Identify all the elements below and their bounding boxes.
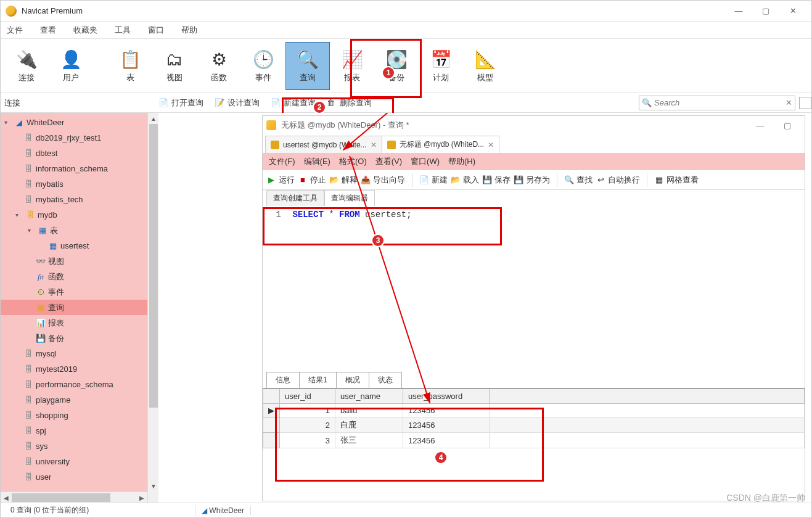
query-menu-edit[interactable]: 编辑(E) [304, 156, 330, 167]
scrollbar-thumb[interactable] [12, 493, 110, 502]
query-maximize-button[interactable]: ▢ [774, 117, 801, 134]
delete-query-button[interactable]: 🗑删除查询 [327, 97, 372, 109]
column-header[interactable]: user_id [280, 389, 335, 404]
query-tab[interactable]: 无标题 @mydb (WhiteD...✕ [382, 136, 500, 153]
window-minimize-button[interactable]: — [725, 2, 752, 20]
menu-favorites[interactable]: 收藏夹 [73, 25, 97, 36]
search-box[interactable]: 🔍 ✕ [639, 96, 795, 110]
column-header[interactable]: user_password [403, 389, 490, 404]
tree-db[interactable]: 🗄user [1, 469, 158, 485]
tree-db[interactable]: 🗄mybatis [1, 176, 158, 192]
stop-button[interactable]: ■停止 [298, 175, 326, 186]
sql-editor[interactable]: 1 SELECT * FROM usertest; [263, 206, 805, 372]
ribbon-user[interactable]: 👤用户 [49, 42, 93, 90]
grid-view-button[interactable]: ▦网格查看 [654, 175, 699, 186]
window-close-button[interactable]: ✕ [779, 2, 806, 20]
result-tab-status[interactable]: 状态 [369, 372, 402, 388]
query-editor-tab[interactable]: 查询编辑器 [324, 190, 375, 206]
result-tab-profile[interactable]: 概况 [336, 372, 369, 388]
tree-db[interactable]: 🗄information_schema [1, 161, 158, 176]
query-menu-window[interactable]: 窗口(W) [411, 156, 440, 167]
folder-icon: 📂 [329, 175, 339, 185]
menu-help[interactable]: 帮助 [181, 25, 197, 36]
query-tab[interactable]: usertest @mydb (White...✕ [265, 136, 382, 153]
scroll-right-icon[interactable]: ▶ [136, 492, 147, 503]
table-row[interactable]: 2白鹿123456 [263, 417, 805, 433]
query-window-titlebar: 无标题 @mydb (WhiteDeer) - 查询 * — ▢ [263, 116, 805, 134]
query-menu-help[interactable]: 帮助(H) [448, 156, 475, 167]
close-tab-icon[interactable]: ✕ [488, 141, 494, 149]
wrap-button[interactable]: ↩自动换行 [596, 175, 640, 186]
ribbon-event[interactable]: 🕒事件 [241, 42, 285, 90]
tree-reports[interactable]: 📊报表 [1, 315, 158, 331]
result-grid[interactable]: user_id user_name user_password ▶1bailu1… [263, 388, 805, 501]
new-query-button[interactable]: 📄新建查询 [271, 97, 316, 109]
query-builder-tab[interactable]: 查询创建工具 [266, 190, 324, 206]
tree-queries[interactable]: ▦查询 [1, 300, 158, 315]
ribbon-table[interactable]: 📋表 [108, 42, 152, 90]
ribbon-query[interactable]: 🔍查询 [285, 42, 330, 90]
tree-table-usertest[interactable]: ▦usertest [1, 238, 158, 253]
tree-db[interactable]: 🗄university [1, 454, 158, 469]
ribbon-connection[interactable]: 🔌连接 [4, 42, 49, 90]
query-menu-file[interactable]: 文件(F) [269, 156, 295, 167]
scroll-down-icon[interactable]: ▼ [148, 480, 158, 491]
close-tab-icon[interactable]: ✕ [371, 141, 377, 149]
tree-db[interactable]: 🗄mysql [1, 346, 158, 361]
run-button[interactable]: ▶运行 [266, 175, 295, 186]
menu-file[interactable]: 文件 [7, 25, 23, 36]
save-button[interactable]: 💾保存 [482, 175, 511, 186]
tree-db[interactable]: 🗄dbtest [1, 146, 158, 161]
tree-events[interactable]: ⏲事件 [1, 284, 158, 300]
design-query-button[interactable]: 📝设计查询 [215, 97, 260, 109]
open-query-button[interactable]: 📄打开查询 [158, 97, 203, 109]
scroll-left-icon[interactable]: ◀ [1, 492, 12, 503]
sidebar-horizontal-scrollbar[interactable]: ◀ ▶ [1, 491, 147, 503]
tree-db[interactable]: 🗄mybatis_tech [1, 192, 158, 207]
tree-backup[interactable]: 💾备份 [1, 331, 158, 346]
tree-db-mydb[interactable]: ▾🗄mydb [1, 207, 158, 223]
scroll-up-icon[interactable]: ▲ [148, 113, 158, 124]
ribbon-model[interactable]: 📐模型 [463, 42, 507, 90]
result-tab-info[interactable]: 信息 [266, 372, 300, 388]
tree-db[interactable]: 🗄db2019_rjxy_test1 [1, 130, 158, 146]
query-menu-view[interactable]: 查看(V) [375, 156, 402, 167]
export-wizard-button[interactable]: 📤导出向导 [361, 175, 405, 186]
tree-db[interactable]: 🗄shopping [1, 408, 158, 423]
result-tab-result1[interactable]: 结果1 [299, 372, 337, 388]
tree-db[interactable]: 🗄mytest2019 [1, 361, 158, 377]
window-maximize-button[interactable]: ▢ [752, 2, 779, 20]
scrollbar-thumb[interactable] [149, 124, 158, 408]
tree-connection[interactable]: ▾◢WhiteDeer [1, 115, 158, 130]
grid-view-icon[interactable] [799, 97, 811, 109]
tree-functions[interactable]: fn函数 [1, 269, 158, 284]
ribbon-backup[interactable]: 💽备份 [374, 42, 419, 90]
query-menu-format[interactable]: 格式(O) [339, 156, 367, 167]
ribbon-function[interactable]: ⚙函数 [197, 42, 241, 90]
column-header[interactable]: user_name [335, 389, 403, 404]
tree-db[interactable]: 🗄spj [1, 423, 158, 438]
tree-db[interactable]: 🗄sys [1, 438, 158, 454]
tree-views[interactable]: 👓视图 [1, 253, 158, 269]
sidebar-vertical-scrollbar[interactable]: ▲ ▼ [147, 113, 158, 503]
ribbon-schedule[interactable]: 📅计划 [419, 42, 463, 90]
save-as-button[interactable]: 💾另存为 [514, 175, 550, 186]
status-bar: 0 查询 (0 位于当前的组) ◢ WhiteDeer [1, 503, 811, 517]
menu-view[interactable]: 查看 [40, 25, 56, 36]
search-input[interactable] [654, 98, 783, 107]
clear-search-icon[interactable]: ✕ [785, 98, 792, 107]
table-row[interactable]: 3张三123456 [263, 433, 805, 448]
query-minimize-button[interactable]: — [747, 117, 774, 134]
new-button[interactable]: 📄新建 [419, 175, 448, 186]
tree-db[interactable]: 🗄performance_schema [1, 377, 158, 392]
menu-tools[interactable]: 工具 [115, 25, 131, 36]
menu-window[interactable]: 窗口 [148, 25, 164, 36]
ribbon-report[interactable]: 📈报表 [330, 42, 374, 90]
explain-button[interactable]: 📂解释 [329, 175, 358, 186]
find-button[interactable]: 🔍查找 [564, 175, 593, 186]
tree-db[interactable]: 🗄playgame [1, 392, 158, 408]
load-button[interactable]: 📂载入 [451, 175, 479, 186]
table-row[interactable]: ▶1bailu123456 [263, 404, 805, 417]
ribbon-view[interactable]: 🗂视图 [152, 42, 197, 90]
tree-tables[interactable]: ▾▦表 [1, 223, 158, 238]
